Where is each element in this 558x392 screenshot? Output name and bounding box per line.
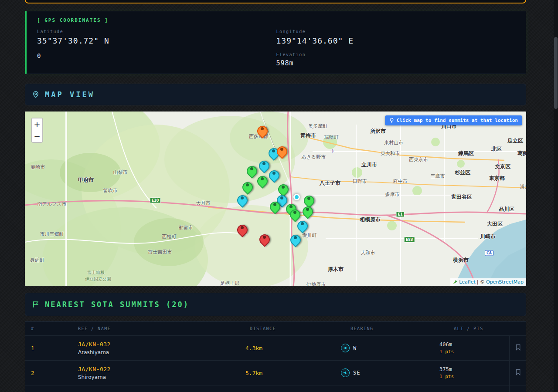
road-shield: E1 xyxy=(396,212,404,217)
marker-center-dot xyxy=(307,197,310,200)
map-place-label: 大和市 xyxy=(361,250,375,256)
col-header-ref-name: REF / NAME xyxy=(78,326,218,331)
current-location-marker[interactable] xyxy=(293,194,300,200)
extra-value: 0 xyxy=(37,52,276,59)
summit-ref[interactable]: JA/KN-022 xyxy=(78,366,218,372)
summit-row[interactable]: 3 xyxy=(25,385,526,392)
map-place-label: 杉並区 xyxy=(455,169,470,176)
bulb-icon xyxy=(389,118,394,123)
summit-bearing: SE xyxy=(311,368,405,377)
map-place-label: 西東京市 xyxy=(409,156,428,163)
bookmark-cell xyxy=(509,385,527,392)
zoom-in-button[interactable]: + xyxy=(32,118,42,130)
summits-header: NEAREST SOTA SUMMITS (20) xyxy=(25,293,526,316)
scrollbar-thumb[interactable] xyxy=(554,37,558,109)
map-place-label: 南アルプス市 xyxy=(37,201,66,207)
map-place-label: あきる野市 xyxy=(301,154,326,160)
marker-center-dot xyxy=(261,127,264,130)
map-place-label: 甲府市 xyxy=(78,176,94,184)
bearing-label: SE xyxy=(353,370,360,376)
summit-row[interactable]: 2JA/KN-022Shiroyama5.7kmSE375m1 pts xyxy=(25,361,526,385)
col-header-alt-pts: ALT / PTS xyxy=(405,326,509,331)
summit-alt-pts: 406m1 pts xyxy=(405,341,509,355)
map-place-label: 大月市 xyxy=(196,200,211,206)
summits-title: NEAREST SOTA SUMMITS (20) xyxy=(45,300,189,309)
openstreetmap-link[interactable]: OpenStreetMap xyxy=(486,279,524,285)
summit-ref[interactable]: JA/KN-032 xyxy=(78,341,218,348)
summit-distance: 5.7km xyxy=(218,370,311,376)
map-place-label: 富士箱根 xyxy=(87,270,105,276)
bookmark-button[interactable] xyxy=(514,342,523,354)
map-view-header: MAP VIEW xyxy=(25,84,526,105)
map-place-label: 文京区 xyxy=(495,163,510,170)
marker-center-dot xyxy=(280,148,283,151)
marker-center-dot xyxy=(272,149,275,152)
map-hint-button[interactable]: Click map to find summits at that locati… xyxy=(385,115,522,125)
road-shield: E20 xyxy=(150,198,161,203)
summit-rank: 2 xyxy=(25,370,78,376)
latitude-label: Latitude xyxy=(37,29,276,34)
flag-icon xyxy=(32,301,40,308)
col-header-bearing: BEARING xyxy=(311,326,405,331)
road-shield: E83 xyxy=(404,237,415,243)
latitude-value: 35°37'30.72" N xyxy=(37,36,276,45)
summit-ref-name: JA/KN-022Shiroyama xyxy=(78,366,218,380)
summit-row[interactable]: 1JA/KN-032Arashiyama4.3kmW406m1 pts xyxy=(25,336,526,361)
summit-altitude: 375m xyxy=(439,366,509,372)
map-place-label: 伊勢原市 xyxy=(306,281,326,286)
marker-center-dot xyxy=(262,162,265,165)
compass-icon xyxy=(341,368,350,377)
zoom-out-button[interactable]: − xyxy=(32,130,42,142)
map-place-label: 韮崎市 xyxy=(31,164,45,170)
summit-points: 1 pts xyxy=(439,349,509,355)
summit-alt-pts: 375m1 pts xyxy=(405,366,509,379)
marker-center-dot xyxy=(293,211,296,214)
attribution-separator: | © xyxy=(477,279,485,285)
leaflet-logo-icon xyxy=(453,280,458,284)
summits-table: # REF / NAME DISTANCE BEARING ALT / PTS … xyxy=(25,321,526,392)
summit-name: Shiroyama xyxy=(78,374,218,380)
map-place-label: 府中市 xyxy=(393,178,408,185)
map-place-label: 都留市 xyxy=(179,224,193,231)
map-place-label: 所沢市 xyxy=(370,128,386,135)
marker-center-dot xyxy=(282,186,285,189)
marker-center-dot xyxy=(241,196,244,199)
map-place-label: 日野市 xyxy=(353,178,367,185)
marker-center-dot xyxy=(301,222,304,225)
map-place-label: 厚木市 xyxy=(328,266,344,273)
map-place-label: 東村山市 xyxy=(384,139,403,146)
map-place-label: 足柄上郡 xyxy=(220,280,239,286)
map-place-label: 市川三郷町 xyxy=(40,231,64,237)
leaflet-link[interactable]: Leaflet xyxy=(459,279,475,285)
map-place-label: 富士吉田市 xyxy=(148,249,172,255)
map-place-label: 多摩市 xyxy=(385,191,400,198)
map-place-label: 愛川町 xyxy=(303,232,317,239)
map-hint-label: Click map to find summits at that locati… xyxy=(397,118,518,123)
map-place-label: 瑞穂町 xyxy=(324,134,339,141)
bookmark-button[interactable] xyxy=(514,367,523,378)
airport-icon: ✈ xyxy=(330,148,335,154)
map-place-label: 練馬区 xyxy=(458,150,474,157)
marker-center-dot xyxy=(250,167,253,170)
search-input-remnant[interactable] xyxy=(25,0,526,3)
map-place-label: 東京都 xyxy=(489,175,505,182)
marker-center-dot xyxy=(272,172,276,175)
summit-ref-name: JA/KN-032Arashiyama xyxy=(78,341,218,355)
map-place-label: 青梅市 xyxy=(300,132,316,139)
window-scrollbar[interactable] xyxy=(554,0,558,392)
marker-center-dot xyxy=(263,236,266,239)
marker-center-dot xyxy=(246,183,249,186)
map-place-label: 品川区 xyxy=(499,206,514,213)
longitude-label: Longitude xyxy=(276,29,516,34)
map-place-label: 川崎市 xyxy=(480,233,496,240)
map[interactable]: 奥多摩町西多摩郡青梅市瑞穂町所沢市川口市松戸市足立区東村山市北区葛飾区あきる野市… xyxy=(25,112,526,286)
map-attribution: Leaflet | © OpenStreetMap xyxy=(450,278,526,286)
summit-distance: 4.3km xyxy=(218,345,311,351)
main-content: [ GPS COORDINATES ] Latitude 35°37'30.72… xyxy=(25,0,526,392)
marker-center-dot xyxy=(294,236,297,239)
summit-name: Arashiyama xyxy=(78,349,218,355)
map-place-label: 山梨市 xyxy=(113,169,128,176)
marker-center-dot xyxy=(280,196,283,199)
summit-rank: 1 xyxy=(25,345,78,351)
compass-icon xyxy=(341,344,350,352)
